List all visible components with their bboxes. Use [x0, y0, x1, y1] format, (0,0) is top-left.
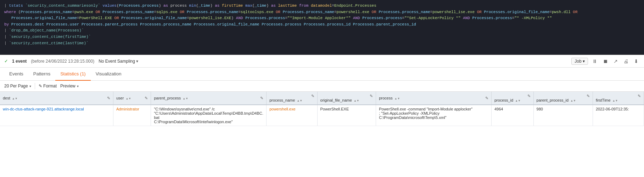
col-firsttime: ✎ firstTime ▲▼: [593, 92, 644, 105]
statistics-toolbar: 20 Per Page ▾ ✎ Format Preview ▾: [0, 81, 644, 92]
parent-process-id-sort-icon[interactable]: ▲▼: [570, 99, 576, 102]
share-icon[interactable]: ↗: [612, 58, 619, 65]
parent-process-id-edit-icon[interactable]: ✎: [587, 94, 590, 98]
stop-icon[interactable]: ⏹: [601, 58, 609, 65]
cell-dest: win-dc-ctus-attack-range-921.attackrange…: [0, 105, 113, 126]
status-event-count: 1 event: [12, 59, 27, 64]
dest-edit-icon[interactable]: ✎: [107, 96, 110, 101]
preview-dropdown[interactable]: Preview ▾: [60, 84, 79, 88]
user-value: Administrator: [116, 107, 139, 111]
user-edit-icon[interactable]: ✎: [145, 96, 148, 101]
query-line-6: | `security_content_ctime(firstTime)`: [4, 34, 640, 40]
table-row: win-dc-ctus-attack-range-921.attackrange…: [0, 105, 644, 126]
col-parent-process-id: ✎ parent_process_id ▲▼: [533, 92, 593, 105]
col-process-id: ✎ process_id ▲▼: [491, 92, 533, 105]
dest-link[interactable]: win-dc-ctus-attack-range-921.attackrange…: [3, 107, 84, 111]
process-edit-icon[interactable]: ✎: [485, 96, 488, 101]
cell-original-file-name: PowerShell.EXE: [317, 105, 376, 126]
cell-process-id: 4964: [491, 105, 533, 126]
job-button[interactable]: Job ▾: [571, 58, 588, 65]
query-line-1: | tstats `security_content_summariesonly…: [4, 3, 640, 9]
col-original-file-name: ✎ original_file_name ▲▼: [317, 92, 376, 105]
query-line-3: Processes.original_file_name=PowerShell.…: [11, 15, 640, 22]
query-line-7: | `security_content_ctime(lastTime)`: [4, 40, 640, 47]
tab-statistics[interactable]: Statistics (1): [55, 68, 91, 81]
tab-patterns[interactable]: Patterns: [28, 68, 55, 81]
process-name-value: powershell.exe: [269, 107, 295, 111]
format-label: ✎ Format: [39, 84, 57, 88]
cell-parent-process: "C:\Windows\sysnative\cmd.exe" /c "C:\Us…: [151, 105, 267, 126]
tab-visualization[interactable]: Visualization: [91, 68, 127, 81]
col-process-name: ✎ process_name ▲▼: [267, 92, 317, 105]
dest-sort-icon[interactable]: ▲▼: [12, 97, 18, 100]
cell-parent-process-id: 980: [533, 105, 593, 126]
cell-process-name: powershell.exe: [267, 105, 317, 126]
col-parent-process: parent_process ▲▼ ✎: [151, 92, 267, 105]
query-line-5: | `drop_dm_object_name(Processes)`: [4, 28, 640, 34]
cell-firsttime: 2022-06-09T12:35:: [593, 105, 644, 126]
tabs-bar: Events Patterns Statistics (1) Visualiza…: [0, 68, 644, 81]
status-check-icon: ✓: [4, 59, 8, 64]
table-header-row: dest ▲▼ ✎ user ▲▼ ✎ parent_process ▲▼ ✎ …: [0, 92, 644, 105]
query-area: | tstats `security_content_summariesonly…: [0, 0, 644, 55]
process-sort-icon[interactable]: ▲▼: [394, 97, 400, 100]
query-line-2: where (Processes.process_name=pwsh.exe O…: [4, 9, 640, 16]
user-sort-icon[interactable]: ▲▼: [125, 97, 131, 100]
process-name-edit-icon[interactable]: ✎: [311, 94, 314, 98]
preview-arrow-icon: ▾: [77, 84, 79, 88]
status-right-controls: Job ▾ ⏸ ⏹ ↗ 🖨 ⬇: [571, 58, 640, 65]
main-content: | tstats `security_content_summariesonly…: [0, 0, 644, 177]
results-table-wrap: dest ▲▼ ✎ user ▲▼ ✎ parent_process ▲▼ ✎ …: [0, 92, 644, 177]
cell-process: PowerShell.exe -command "Import-Module a…: [376, 105, 492, 126]
original-file-name-edit-icon[interactable]: ✎: [370, 94, 373, 98]
status-bar: ✓ 1 event (before 24/06/2022 13:28:15.00…: [0, 55, 644, 68]
pause-icon[interactable]: ⏸: [591, 58, 599, 65]
original-file-name-sort-icon[interactable]: ▲▼: [354, 99, 359, 102]
toolbar-separator: [35, 83, 35, 89]
col-process: process ▲▼ ✎: [376, 92, 492, 105]
parent-process-sort-icon[interactable]: ▲▼: [183, 97, 188, 100]
per-page-dropdown[interactable]: 20 Per Page ▾: [4, 84, 31, 88]
process-id-edit-icon[interactable]: ✎: [527, 94, 531, 98]
per-page-arrow-icon: ▾: [29, 84, 31, 88]
status-timestamp: (before 24/06/2022 13:28:15.000): [31, 59, 94, 64]
cell-user: Administrator: [113, 105, 151, 126]
status-sampling-dropdown[interactable]: No Event Sampling ▾: [99, 59, 138, 64]
col-user: user ▲▼ ✎: [113, 92, 151, 105]
print-icon[interactable]: 🖨: [622, 58, 630, 65]
firsttime-sort-icon[interactable]: ▲▼: [612, 99, 618, 102]
col-dest: dest ▲▼ ✎: [0, 92, 113, 105]
format-button[interactable]: ✎ Format: [39, 84, 57, 88]
process-id-sort-icon[interactable]: ▲▼: [515, 99, 521, 102]
tab-events[interactable]: Events: [4, 68, 28, 81]
download-icon[interactable]: ⬇: [633, 58, 640, 65]
parent-process-edit-icon[interactable]: ✎: [260, 96, 263, 101]
firsttime-edit-icon[interactable]: ✎: [638, 94, 641, 98]
job-arrow-icon: ▾: [583, 59, 585, 64]
sampling-arrow-icon: ▾: [136, 59, 138, 64]
query-line-4: by Processes.dest Processes.user Process…: [4, 22, 640, 28]
process-name-sort-icon[interactable]: ▲▼: [297, 99, 302, 102]
results-table: dest ▲▼ ✎ user ▲▼ ✎ parent_process ▲▼ ✎ …: [0, 92, 644, 126]
